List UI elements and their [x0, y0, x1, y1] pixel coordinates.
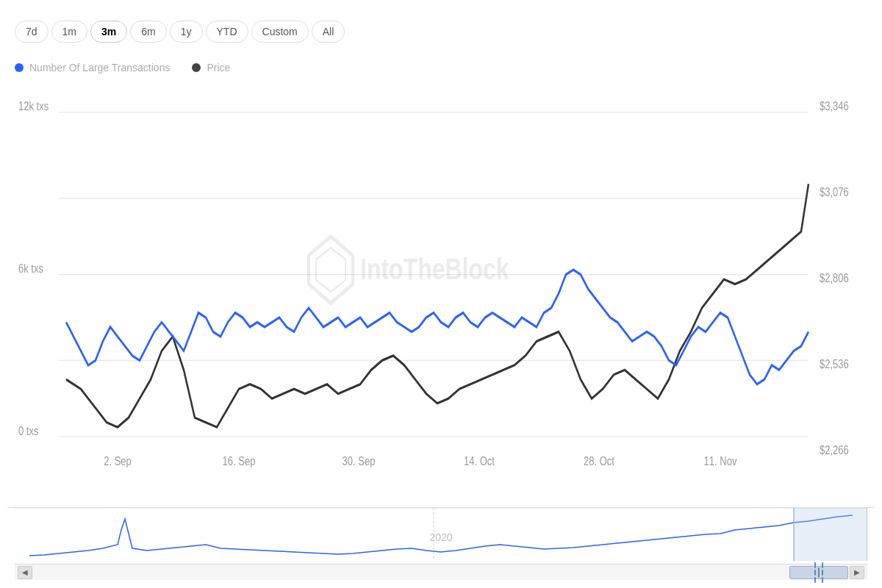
btn-7d[interactable]: 7d: [15, 21, 49, 43]
transactions-line: [66, 270, 808, 384]
x-label-sep16: 16. Sep: [223, 453, 256, 467]
chart-legend: Number Of Large Transactions Price: [7, 56, 875, 79]
x-label-sep30: 30. Sep: [343, 453, 376, 467]
btn-6m[interactable]: 6m: [130, 21, 166, 43]
x-label-oct14: 14. Oct: [464, 453, 495, 467]
svg-text:IntoTheBlock: IntoTheBlock: [360, 251, 509, 286]
scroll-right-btn[interactable]: ▶: [850, 566, 864, 579]
y-right-2536: $2,536: [820, 356, 849, 370]
scroll-center-divider: [818, 567, 820, 578]
btn-ytd[interactable]: YTD: [206, 21, 248, 43]
navigator-selection: [794, 508, 867, 561]
x-label-sep2: 2. Sep: [104, 453, 132, 467]
price-line: [66, 184, 808, 427]
legend-label-transactions: Number Of Large Transactions: [29, 62, 170, 74]
x-label-oct28: 28. Oct: [584, 453, 615, 467]
scroll-track[interactable]: [34, 566, 848, 579]
scroll-grip-right: [822, 562, 823, 583]
scroll-grip-left: [814, 562, 816, 583]
y-label-0: 0 txs: [18, 423, 38, 437]
app-container: 7d 1m 3m 6m 1y YTD Custom All Number Of …: [0, 0, 882, 588]
btn-1y[interactable]: 1y: [170, 21, 203, 43]
btn-3m[interactable]: 3m: [90, 21, 127, 43]
legend-price: Price: [192, 62, 230, 74]
scroll-left-btn[interactable]: ◀: [18, 566, 32, 579]
watermark: IntoTheBlock: [309, 237, 509, 304]
y-right-3346: $3,346: [820, 99, 849, 113]
y-right-2266: $2,266: [820, 442, 849, 456]
time-range-bar: 7d 1m 3m 6m 1y YTD Custom All: [7, 15, 875, 49]
scroll-thumb[interactable]: [789, 566, 848, 579]
navigator-svg: 2020: [15, 508, 867, 561]
y-label-12k: 12k txs: [18, 99, 49, 113]
y-right-3076: $3,076: [820, 184, 849, 198]
legend-transactions: Number Of Large Transactions: [15, 62, 170, 74]
navigator-year-label: 2020: [429, 531, 452, 543]
navigator-chart[interactable]: 2020 ◀ ▶: [7, 507, 875, 581]
chart-wrapper: 12k txs 6k txs 0 txs $3,346 $3,076 $2,80…: [7, 84, 875, 581]
y-right-2806: $2,806: [820, 270, 849, 284]
btn-all[interactable]: All: [312, 21, 345, 43]
legend-dot-price: [192, 63, 201, 72]
btn-1m[interactable]: 1m: [51, 21, 87, 43]
chart-svg: 12k txs 6k txs 0 txs $3,346 $3,076 $2,80…: [15, 84, 867, 503]
x-label-nov11: 11. Nov: [704, 453, 737, 467]
main-chart[interactable]: 12k txs 6k txs 0 txs $3,346 $3,076 $2,80…: [7, 84, 875, 503]
scrollbar[interactable]: ◀ ▶: [15, 564, 867, 580]
legend-dot-transactions: [15, 63, 24, 72]
svg-marker-6: [316, 248, 345, 292]
y-label-6k: 6k txs: [18, 261, 43, 275]
btn-custom[interactable]: Custom: [251, 21, 309, 43]
legend-label-price: Price: [207, 62, 230, 74]
